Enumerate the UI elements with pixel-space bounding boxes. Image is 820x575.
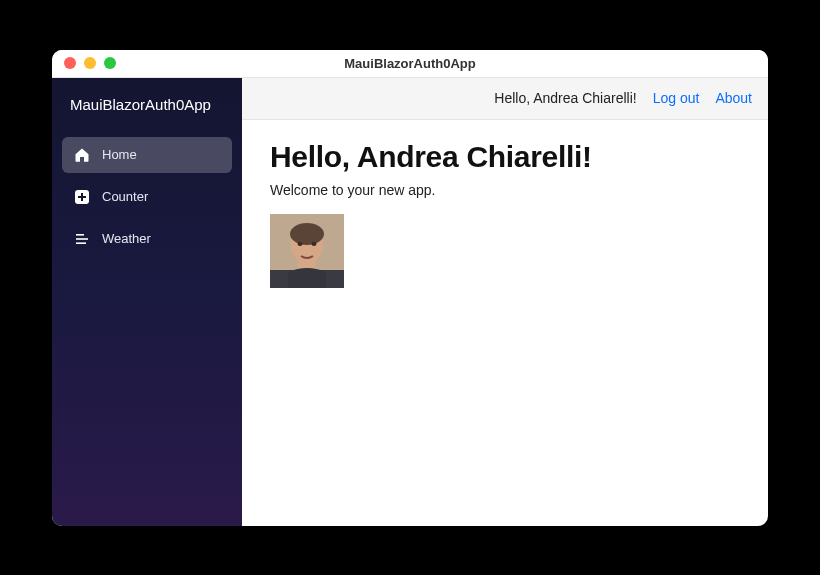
svg-point-11	[312, 242, 317, 246]
svg-rect-3	[76, 234, 84, 236]
main: Hello, Andrea Chiarelli! Log out About H…	[242, 78, 768, 526]
app-body: MauiBlazorAuth0App Home Counter	[52, 78, 768, 526]
logout-link[interactable]: Log out	[653, 90, 700, 106]
window-title: MauiBlazorAuth0App	[52, 56, 768, 71]
list-icon	[74, 231, 90, 247]
content: Hello, Andrea Chiarelli! Welcome to your…	[242, 120, 768, 526]
topbar-greeting: Hello, Andrea Chiarelli!	[494, 90, 636, 106]
sidebar-item-counter[interactable]: Counter	[62, 179, 232, 215]
svg-point-10	[298, 242, 303, 246]
sidebar-item-weather[interactable]: Weather	[62, 221, 232, 257]
traffic-lights	[52, 57, 116, 69]
plus-icon	[74, 189, 90, 205]
sidebar: MauiBlazorAuth0App Home Counter	[52, 78, 242, 526]
svg-rect-5	[76, 242, 86, 244]
home-icon	[74, 147, 90, 163]
topbar: Hello, Andrea Chiarelli! Log out About	[242, 78, 768, 120]
sidebar-item-label: Weather	[102, 231, 151, 246]
sidebar-item-home[interactable]: Home	[62, 137, 232, 173]
sidebar-item-label: Home	[102, 147, 137, 162]
app-window: MauiBlazorAuth0App MauiBlazorAuth0App Ho…	[52, 50, 768, 526]
about-link[interactable]: About	[715, 90, 752, 106]
close-icon[interactable]	[64, 57, 76, 69]
avatar	[270, 214, 344, 288]
svg-rect-2	[78, 196, 86, 198]
welcome-text: Welcome to your new app.	[270, 182, 740, 198]
page-title: Hello, Andrea Chiarelli!	[270, 140, 740, 174]
app-brand: MauiBlazorAuth0App	[52, 78, 242, 131]
minimize-icon[interactable]	[84, 57, 96, 69]
nav: Home Counter Weather	[52, 131, 242, 263]
maximize-icon[interactable]	[104, 57, 116, 69]
svg-rect-4	[76, 238, 88, 240]
window-titlebar: MauiBlazorAuth0App	[52, 50, 768, 78]
svg-point-9	[290, 223, 324, 245]
sidebar-item-label: Counter	[102, 189, 148, 204]
